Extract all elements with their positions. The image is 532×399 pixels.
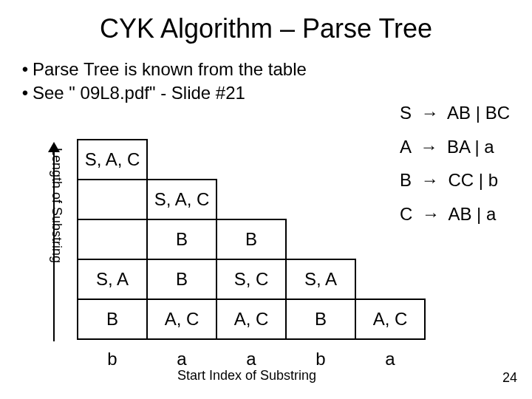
grammar-rule: S → AB | BC (400, 96, 510, 130)
table-row: B A, C A, C B A, C (78, 299, 425, 339)
cyk-table: S, A, C S, A, C B B S, A (77, 139, 426, 378)
bullet-dot: • (18, 58, 33, 81)
cyk-cell: A, C (216, 299, 286, 339)
grammar-rhs: AB | a (448, 204, 496, 224)
grammar-rhs: AB | BC (447, 103, 510, 123)
cyk-cell: B (147, 219, 216, 259)
cyk-cell-empty (355, 180, 425, 219)
grammar-rhs: BA | a (447, 137, 494, 157)
cyk-cell: B (286, 299, 355, 339)
slide-title: CYK Algorithm – Parse Tree (0, 0, 532, 44)
bullet-item: See " 09L8.pdf" - Slide #21 (33, 81, 245, 105)
cyk-cell: B (78, 299, 147, 339)
cyk-cell-empty (286, 140, 355, 180)
table-row: S, A, C (78, 180, 425, 219)
cyk-cell: S, A (78, 259, 147, 299)
table-row: S, A B S, C S, A (78, 259, 425, 299)
cyk-cell: S, A (286, 259, 355, 299)
cyk-cell-empty (286, 180, 355, 219)
cyk-cell (78, 180, 147, 219)
cyk-cell: B (216, 219, 286, 259)
y-axis-label: Length of Substring (49, 148, 64, 263)
cyk-cell: S, A, C (78, 140, 147, 180)
cyk-cell-empty (216, 180, 286, 219)
cyk-cell-empty (355, 259, 425, 299)
cyk-cell: B (147, 259, 216, 299)
x-axis-label: Start Index of Substring (77, 368, 417, 383)
cyk-cell (78, 219, 147, 259)
cyk-cell: A, C (147, 299, 216, 339)
bullet-item: Parse Tree is known from the table (33, 58, 307, 81)
cyk-cell: A, C (355, 299, 425, 339)
table-row: S, A, C (78, 140, 425, 180)
page-number: 24 (502, 370, 517, 386)
cyk-cell-empty (147, 140, 216, 180)
grammar-lhs: S (400, 103, 412, 123)
cyk-cell-empty (286, 219, 355, 259)
cyk-cell-empty (216, 140, 286, 180)
cyk-cell-empty (355, 140, 425, 180)
cyk-cell-empty (355, 219, 425, 259)
grammar-rhs: CC | b (448, 170, 498, 190)
arrow-icon: → (417, 96, 443, 130)
bullet-dot: • (18, 81, 33, 105)
cyk-cell: S, C (216, 259, 286, 299)
table-row: B B (78, 219, 425, 259)
cyk-cell: S, A, C (147, 180, 216, 219)
